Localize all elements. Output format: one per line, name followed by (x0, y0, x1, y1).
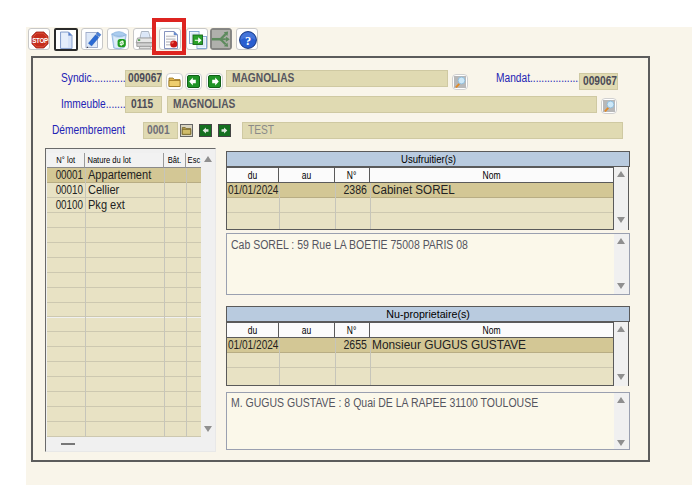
svg-text:?: ? (245, 34, 251, 48)
svg-text:STOP: STOP (32, 37, 48, 44)
